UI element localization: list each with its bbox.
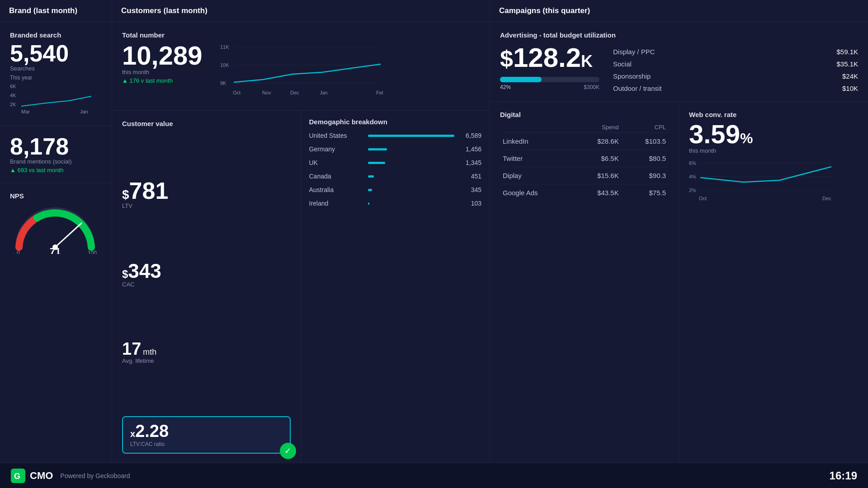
brand-mentions-change: ▲ 693 vs last month (10, 167, 102, 174)
adv-row-3: Sponsorship$24K (613, 72, 858, 80)
check-circle-icon: ✓ (280, 443, 296, 459)
footer: G CMO Powered by Geckoboard 16:19 (0, 463, 868, 488)
digital-cpl-googleads: $75.5 (622, 184, 669, 202)
svg-line-5 (55, 223, 81, 247)
svg-text:Oct: Oct (699, 196, 707, 201)
svg-text:4%: 4% (689, 174, 696, 179)
powered-by: Powered by Geckoboard (60, 472, 130, 479)
svg-text:2K: 2K (10, 102, 16, 107)
demo-country-ie: Ireland (309, 200, 363, 207)
brand-header: Brand (last month) (0, 0, 112, 22)
svg-text:2%: 2% (689, 188, 696, 193)
total-number-value: 10,289 (122, 42, 202, 69)
digital-col-name (500, 122, 573, 133)
svg-text:71: 71 (50, 246, 61, 254)
svg-text:Jan: Jan (80, 109, 88, 114)
web-conv-title: Web conv. rate (689, 111, 858, 118)
list-item: United States 6,589 (309, 132, 482, 139)
svg-text:Dec: Dec (822, 196, 831, 201)
digital-row-linkedin: LinkedIn $28.6K $103.5 (500, 133, 669, 150)
demo-country-us: United States (309, 132, 363, 139)
demo-country-uk: UK (309, 159, 363, 166)
digital-name-linkedin: LinkedIn (500, 133, 573, 150)
adv-row-2: Social$35.1K (613, 60, 858, 68)
digital-title: Digital (500, 111, 669, 118)
brand-mentions-value: 8,178 (10, 135, 102, 158)
avg-life-label: Avg. lifetime (122, 357, 291, 364)
svg-text:6K: 6K (10, 84, 16, 89)
campaigns-header: Campaigns (this quarter) (490, 0, 868, 22)
brand-mentions-label: Brand mentions (social) (10, 158, 102, 165)
svg-text:9K: 9K (220, 80, 226, 86)
svg-text:Mar: Mar (21, 109, 30, 114)
branded-search-year: This year (10, 75, 102, 81)
total-number-title: Total number (122, 31, 480, 39)
app-name: CMO (30, 470, 53, 482)
customer-value-panel: Customer value $781 LTV $343 CAC 17mth A… (112, 111, 301, 463)
total-number-panel: Total number 10,289 this month ▲ 176 v l… (112, 22, 490, 111)
total-number-change: ▲ 176 v last month (122, 77, 202, 84)
list-item: UK 1,345 (309, 159, 482, 166)
list-item: Australia 345 (309, 186, 482, 193)
demo-value-de: 1,456 (459, 145, 481, 153)
digital-col-spend: Spend (573, 122, 621, 133)
svg-text:Nov: Nov (262, 90, 271, 95)
web-conv-sublabel: this month (689, 147, 858, 154)
svg-text:6%: 6% (689, 160, 696, 166)
ltv-ratio-label: LTV:CAC ratio (130, 441, 283, 447)
advertising-title: Advertising - total budget utilization (500, 31, 858, 39)
customer-value-title: Customer value (122, 120, 291, 127)
svg-text:11K: 11K (220, 44, 229, 50)
campaigns-header-title: Campaigns (this quarter) (499, 6, 590, 15)
brand-mentions-panel: 8,178 Brand mentions (social) ▲ 693 vs l… (0, 126, 112, 183)
digital-spend-googleads: $43.5K (573, 184, 621, 202)
nps-panel: NPS 0 100 71 (0, 183, 112, 463)
list-item: Canada 451 (309, 173, 482, 180)
advertising-big-value: $128.2K (500, 44, 599, 71)
demographic-list: United States 6,589 Germany 1,456 UK (309, 132, 482, 207)
demographic-panel: Demogaphic breakdown United States 6,589… (301, 111, 490, 463)
demo-country-au: Australia (309, 186, 363, 193)
adv-progress-pct: 42% (500, 84, 511, 90)
customers-header-title: Customers (last month) (121, 6, 208, 15)
ltv-value: $781 (122, 179, 291, 202)
demo-value-ie: 103 (459, 200, 481, 207)
web-conv-value: 3.59% (689, 121, 858, 147)
demo-value-us: 6,589 (459, 132, 481, 139)
list-item: Germany 1,456 (309, 145, 482, 153)
demo-value-au: 345 (459, 186, 481, 193)
svg-text:10K: 10K (220, 62, 229, 68)
brand-header-title: Brand (last month) (9, 6, 77, 15)
branded-search-title: Branded search (10, 31, 102, 39)
digital-spend-diplay: $15.6K (573, 167, 621, 184)
digital-row-googleads: Google Ads $43.5K $75.5 (500, 184, 669, 202)
digital-cpl-diplay: $90.3 (622, 167, 669, 184)
svg-text:0: 0 (17, 250, 20, 254)
list-item: Ireland 103 (309, 200, 482, 207)
digital-row-twitter: Twitter $6.5K $80.5 (500, 150, 669, 167)
footer-time: 16:19 (830, 469, 857, 482)
demo-country-ca: Canada (309, 173, 363, 180)
digital-name-twitter: Twitter (500, 150, 573, 167)
svg-text:Oct: Oct (233, 90, 241, 95)
demo-value-ca: 451 (459, 173, 481, 180)
svg-text:100: 100 (88, 250, 97, 254)
branded-search-chart: 6K 4K 2K Mar Jan (10, 83, 100, 114)
ltv-cac-ratio-box: x2.28 LTV:CAC ratio ✓ (122, 416, 291, 454)
geckoboard-logo-icon: G (11, 469, 25, 483)
demo-country-de: Germany (309, 145, 363, 153)
digital-cpl-linkedin: $103.5 (622, 133, 669, 150)
web-conv-panel: Web conv. rate 3.59% this month 6% 4% 2%… (679, 102, 868, 463)
advertising-panel: Advertising - total budget utilization $… (490, 22, 868, 102)
svg-text:Feb: Feb (376, 90, 383, 95)
cac-value: $343 (122, 261, 291, 281)
digital-col-cpl: CPL (622, 122, 669, 133)
web-conv-chart: 6% 4% 2% Oct Dec (689, 159, 834, 204)
customers-header: Customers (last month) (112, 0, 490, 22)
svg-text:Jan: Jan (320, 90, 328, 95)
ltv-ratio-value: x2.28 (130, 422, 283, 440)
svg-text:4K: 4K (10, 93, 16, 98)
digital-row-diplay: Diplay $15.6K $90.3 (500, 167, 669, 184)
digital-cpl-twitter: $80.5 (622, 150, 669, 167)
nps-gauge: 0 100 71 (10, 204, 100, 254)
